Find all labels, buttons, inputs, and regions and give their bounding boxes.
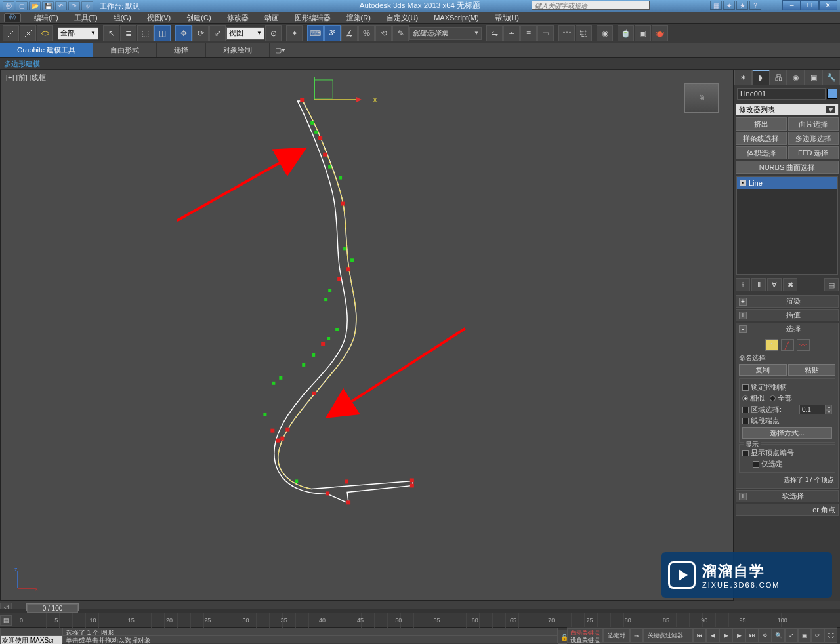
pan-view-icon[interactable]: ✥ — [759, 628, 772, 643]
key-mode-icon[interactable]: ⊸ — [630, 628, 643, 643]
btn-vol-select[interactable]: 体积选择 — [736, 146, 787, 159]
window-crossing-toggle[interactable]: ◫ — [154, 25, 171, 41]
menu-modifiers[interactable]: 修改器 — [219, 13, 257, 23]
next-frame-icon[interactable]: ▶ — [732, 628, 746, 643]
ribbon-tab-freeform[interactable]: 自由形式 — [93, 43, 157, 57]
curve-editor-icon[interactable]: 〰 — [558, 25, 575, 41]
qat-undo-icon[interactable]: ↶ — [55, 1, 67, 10]
subobj-vertex-icon[interactable]: ∴ — [765, 339, 778, 351]
app-menu-button[interactable]: Ⓜ — [3, 1, 14, 10]
render-setup-icon[interactable]: 🍵 — [618, 25, 634, 41]
btn-nurbs-select[interactable]: NURBS 曲面选择 — [736, 161, 839, 174]
select-by-name-icon[interactable]: ≣ — [120, 25, 136, 41]
chk-show-vertnum[interactable]: 显示顶点编号 — [742, 448, 832, 458]
percent-snap-icon[interactable]: % — [358, 25, 375, 41]
btn-poly-select[interactable]: 多边形选择 — [788, 132, 839, 145]
ribbon-tab-selection[interactable]: 选择 — [157, 43, 206, 57]
schematic-view-icon[interactable]: ⿻ — [576, 25, 592, 41]
pin-stack-icon[interactable]: ⟟ — [736, 278, 750, 291]
selection-filter-dropdown[interactable]: 全部▼ — [58, 27, 98, 40]
btn-select-by[interactable]: 选择方式... — [742, 427, 832, 439]
modifier-stack-item[interactable]: ▪ Line — [737, 177, 837, 189]
goto-end-icon[interactable]: ⏭ — [746, 628, 759, 643]
menu-maxscript[interactable]: MAXScript(M) — [426, 14, 486, 22]
close-button[interactable]: ✕ — [819, 0, 837, 10]
help-icon[interactable]: ? — [749, 1, 761, 10]
tab-modify-icon[interactable]: ◗ — [752, 70, 770, 85]
chk-segment-end[interactable]: 线段端点 — [742, 416, 832, 426]
btn-patch-select[interactable]: 面片选择 — [788, 117, 839, 131]
modifier-list-dropdown[interactable]: 修改器列表▼ — [736, 104, 839, 115]
auto-key-button[interactable]: 自动关键点 — [568, 629, 602, 636]
play-icon[interactable]: ▶ — [719, 628, 732, 643]
ribbon-tab-graphite[interactable]: Graphite 建模工具 — [0, 43, 93, 57]
radio-similar[interactable]: 相似 — [742, 393, 765, 403]
menu-rendering[interactable]: 渲染(R) — [339, 13, 379, 23]
orbit-icon[interactable]: ⟳ — [811, 628, 824, 643]
tab-display-icon[interactable]: ▣ — [805, 70, 822, 85]
modifier-stack[interactable]: ▪ Line — [736, 176, 838, 275]
subscription-icon[interactable]: ▦ — [710, 1, 722, 10]
btn-copy-sel[interactable]: 复制 — [739, 364, 787, 376]
menu-customize[interactable]: 自定义(U) — [379, 13, 426, 23]
link-icon[interactable] — [3, 25, 19, 41]
tab-create-icon[interactable]: ✶ — [734, 70, 752, 85]
menu-edit[interactable]: 编辑(E) — [26, 13, 66, 23]
zoom-icon[interactable]: 🔍 — [772, 628, 785, 643]
track-bar[interactable]: ▤ 0510 152025 303540 455055 606570 75808… — [0, 613, 840, 627]
sel-lock-label[interactable]: 选定对 — [603, 628, 630, 643]
configure-sets-icon[interactable]: ▤ — [824, 278, 839, 291]
transform-gizmo[interactable]: x — [314, 77, 377, 103]
radio-all[interactable]: 全部 — [770, 393, 792, 403]
qat-new-icon[interactable]: ▢ — [16, 1, 28, 10]
goto-start-icon[interactable]: ⏮ — [693, 628, 706, 643]
menu-help[interactable]: 帮助(H) — [487, 13, 527, 23]
angle-snap-icon[interactable]: ∡ — [341, 25, 358, 41]
material-editor-icon[interactable]: ◉ — [597, 25, 613, 41]
btn-ffd-select[interactable]: FFD 选择 — [788, 146, 839, 159]
object-name-field[interactable]: Line001 — [737, 88, 826, 100]
render-production-icon[interactable]: 🫖 — [652, 25, 668, 41]
zoom-extents-icon[interactable]: ▣ — [798, 628, 811, 643]
menu-animation[interactable]: 动画 — [257, 13, 287, 23]
btn-paste-sel[interactable]: 粘贴 — [788, 364, 836, 376]
menu-grapheditors[interactable]: 图形编辑器 — [287, 13, 339, 23]
chk-area-select[interactable]: 区域选择: 0.1 ▴▾ — [742, 405, 832, 414]
maximize-button[interactable]: ❐ — [801, 0, 819, 10]
ribbon-tab-paint[interactable]: 对象绘制 — [206, 43, 270, 57]
exchange-icon[interactable]: ✦ — [723, 1, 735, 10]
menu-tools[interactable]: 工具(T) — [66, 13, 106, 23]
area-select-spinner[interactable]: 0.1 ▴▾ — [799, 405, 832, 414]
minimize-button[interactable]: ━ — [782, 0, 801, 10]
render-frame-icon[interactable]: ▣ — [635, 25, 651, 41]
select-manipulate-icon[interactable]: ✦ — [286, 25, 303, 41]
zoom-all-icon[interactable]: ⤢ — [785, 628, 798, 643]
btn-spline-select[interactable]: 样条线选择 — [736, 132, 787, 145]
chk-selected-only[interactable]: 仅选定 — [753, 459, 832, 469]
btn-extrude[interactable]: 挤出 — [736, 117, 787, 131]
script-mini-listener[interactable] — [0, 628, 62, 635]
snap-toggle-icon[interactable]: 3° — [324, 25, 341, 41]
time-slider[interactable]: ◁ 0 / 100 — [0, 601, 840, 613]
expand-icon[interactable]: ▪ — [740, 180, 746, 186]
use-center-flyout-icon[interactable]: ⊙ — [265, 25, 282, 41]
mirror-icon[interactable]: ⇋ — [486, 25, 503, 41]
menu-views[interactable]: 视图(V) — [139, 13, 179, 23]
align-icon[interactable]: ⫨ — [503, 25, 520, 41]
select-rotate-icon[interactable]: ⟳ — [192, 25, 209, 41]
favorite-icon[interactable]: ★ — [736, 1, 748, 10]
spinner-snap-icon[interactable]: ⟲ — [375, 25, 392, 41]
menu-group[interactable]: 组(G) — [106, 13, 139, 23]
qat-redo-icon[interactable]: ↷ — [68, 1, 80, 10]
workspace-label[interactable]: 工作台: 默认 — [100, 1, 140, 11]
subobj-segment-icon[interactable]: ╱ — [781, 339, 794, 351]
edit-named-selection-icon[interactable]: ✎ — [392, 25, 409, 41]
named-selection-dropdown[interactable]: 创建选择集▼ — [410, 27, 482, 40]
remove-modifier-icon[interactable]: ✖ — [783, 278, 797, 291]
bind-spacewarp-icon[interactable] — [37, 25, 53, 41]
viewport[interactable]: [+] [前] [线框] 前 x — [0, 70, 734, 601]
qat-link-icon[interactable]: ⎋ — [81, 1, 93, 10]
tab-utilities-icon[interactable]: 🔧 — [822, 70, 840, 85]
infocenter-search-input[interactable] — [532, 1, 650, 10]
select-move-icon[interactable]: ✥ — [175, 25, 192, 41]
